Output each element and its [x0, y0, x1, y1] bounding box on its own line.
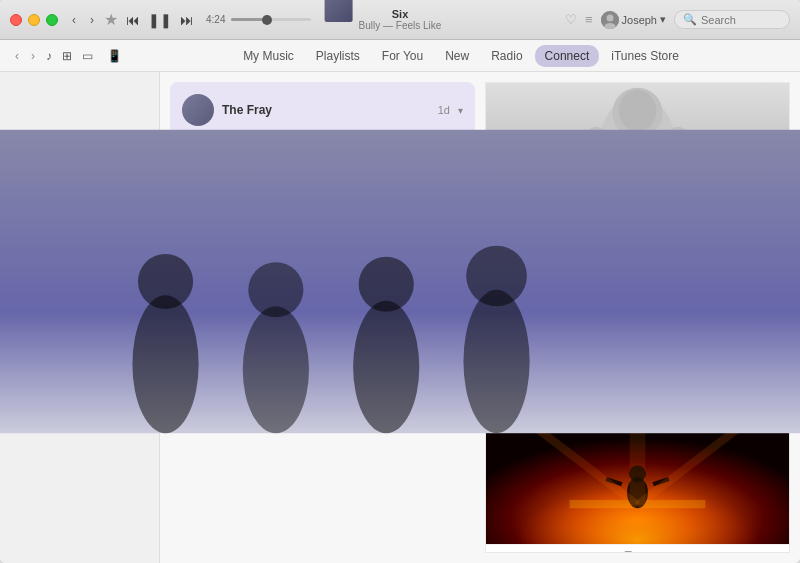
- svg-rect-3: [182, 134, 463, 244]
- fray-band-photo: [182, 134, 463, 244]
- main-content: The Fray 1d ▾: [0, 72, 800, 563]
- content-area: The Fray 1d ▾: [160, 72, 800, 563]
- feed-left: The Fray 1d ▾: [170, 82, 475, 553]
- fray-post-card: The Fray 1d ▾: [170, 82, 475, 429]
